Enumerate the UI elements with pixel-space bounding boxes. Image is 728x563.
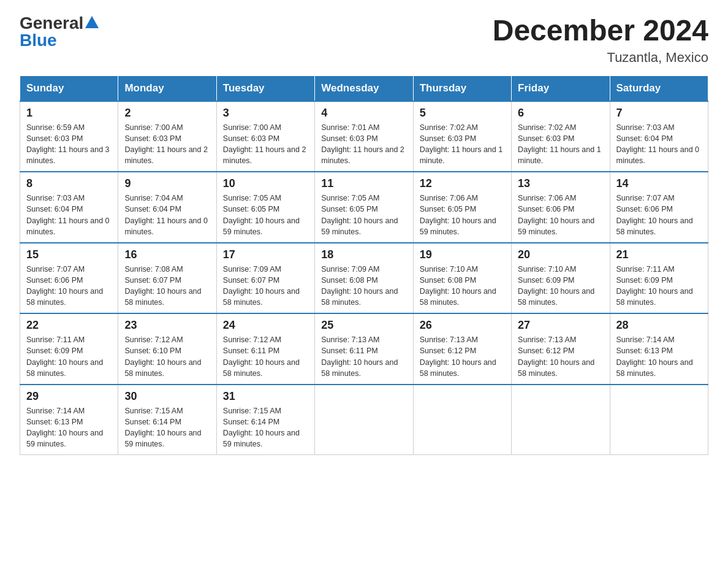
calendar-cell: 29Sunrise: 7:14 AMSunset: 6:13 PMDayligh… (20, 385, 118, 455)
day-info: Sunrise: 7:03 AMSunset: 6:04 PMDaylight:… (26, 193, 112, 237)
location-title: Tuzantla, Mexico (493, 50, 708, 66)
calendar-cell: 16Sunrise: 7:08 AMSunset: 6:07 PMDayligh… (118, 243, 216, 314)
day-info: Sunrise: 7:14 AMSunset: 6:13 PMDaylight:… (616, 334, 702, 379)
weekday-header-monday: Monday (118, 75, 216, 101)
day-info: Sunrise: 7:13 AMSunset: 6:12 PMDaylight:… (420, 334, 505, 379)
day-number: 20 (518, 248, 603, 261)
calendar-cell: 13Sunrise: 7:06 AMSunset: 6:06 PMDayligh… (512, 172, 610, 243)
day-number: 5 (420, 107, 505, 120)
day-number: 11 (321, 177, 406, 190)
day-number: 24 (223, 319, 308, 332)
calendar-cell: 30Sunrise: 7:15 AMSunset: 6:14 PMDayligh… (118, 385, 216, 455)
day-info: Sunrise: 7:09 AMSunset: 6:07 PMDaylight:… (223, 264, 308, 308)
day-info: Sunrise: 7:08 AMSunset: 6:07 PMDaylight:… (124, 264, 210, 308)
day-number: 23 (124, 319, 210, 332)
calendar-cell: 1Sunrise: 6:59 AMSunset: 6:03 PMDaylight… (20, 101, 118, 172)
calendar-cell: 3Sunrise: 7:00 AMSunset: 6:03 PMDaylight… (216, 101, 314, 172)
day-info: Sunrise: 7:15 AMSunset: 6:14 PMDaylight:… (124, 405, 210, 450)
day-number: 15 (26, 248, 112, 261)
calendar-cell: 17Sunrise: 7:09 AMSunset: 6:07 PMDayligh… (216, 243, 314, 314)
day-number: 3 (223, 107, 308, 120)
day-number: 31 (223, 390, 308, 403)
weekday-header-sunday: Sunday (20, 75, 118, 101)
day-info: Sunrise: 7:13 AMSunset: 6:12 PMDaylight:… (518, 334, 603, 379)
calendar-cell: 8Sunrise: 7:03 AMSunset: 6:04 PMDaylight… (20, 172, 118, 243)
day-info: Sunrise: 7:11 AMSunset: 6:09 PMDaylight:… (26, 334, 112, 379)
day-info: Sunrise: 7:05 AMSunset: 6:05 PMDaylight:… (223, 193, 308, 237)
logo-triangle-icon (85, 16, 99, 28)
day-info: Sunrise: 7:10 AMSunset: 6:08 PMDaylight:… (420, 264, 505, 308)
calendar-cell: 20Sunrise: 7:10 AMSunset: 6:09 PMDayligh… (512, 243, 610, 314)
weekday-header-friday: Friday (512, 75, 610, 101)
calendar-cell: 6Sunrise: 7:02 AMSunset: 6:03 PMDaylight… (512, 101, 610, 172)
day-info: Sunrise: 7:05 AMSunset: 6:05 PMDaylight:… (321, 193, 406, 237)
calendar-table: SundayMondayTuesdayWednesdayThursdayFrid… (20, 75, 708, 456)
calendar-week-row: 8Sunrise: 7:03 AMSunset: 6:04 PMDaylight… (20, 172, 708, 243)
calendar-cell: 18Sunrise: 7:09 AMSunset: 6:08 PMDayligh… (315, 243, 413, 314)
day-number: 10 (223, 177, 308, 190)
day-info: Sunrise: 7:10 AMSunset: 6:09 PMDaylight:… (518, 264, 603, 308)
calendar-cell: 25Sunrise: 7:13 AMSunset: 6:11 PMDayligh… (315, 313, 413, 385)
calendar-week-row: 1Sunrise: 6:59 AMSunset: 6:03 PMDaylight… (20, 101, 708, 172)
day-number: 28 (616, 319, 702, 332)
calendar-cell (512, 385, 610, 455)
day-number: 6 (518, 107, 603, 120)
day-info: Sunrise: 7:14 AMSunset: 6:13 PMDaylight:… (26, 405, 112, 450)
day-number: 21 (616, 248, 702, 261)
weekday-header-row: SundayMondayTuesdayWednesdayThursdayFrid… (20, 75, 708, 101)
day-number: 9 (124, 177, 210, 190)
calendar-cell: 31Sunrise: 7:15 AMSunset: 6:14 PMDayligh… (216, 385, 314, 455)
day-number: 12 (420, 177, 505, 190)
day-info: Sunrise: 7:15 AMSunset: 6:14 PMDaylight:… (223, 405, 308, 450)
calendar-cell: 19Sunrise: 7:10 AMSunset: 6:08 PMDayligh… (413, 243, 511, 314)
weekday-header-thursday: Thursday (413, 75, 511, 101)
day-info: Sunrise: 6:59 AMSunset: 6:03 PMDaylight:… (26, 122, 112, 167)
day-info: Sunrise: 7:02 AMSunset: 6:03 PMDaylight:… (420, 122, 505, 167)
day-number: 2 (124, 107, 210, 120)
day-number: 25 (321, 319, 406, 332)
day-number: 16 (124, 248, 210, 261)
calendar-cell: 28Sunrise: 7:14 AMSunset: 6:13 PMDayligh… (610, 313, 708, 385)
day-number: 13 (518, 177, 603, 190)
weekday-header-saturday: Saturday (610, 75, 708, 101)
day-number: 8 (26, 177, 112, 190)
calendar-week-row: 22Sunrise: 7:11 AMSunset: 6:09 PMDayligh… (20, 313, 708, 385)
calendar-cell: 2Sunrise: 7:00 AMSunset: 6:03 PMDaylight… (118, 101, 216, 172)
calendar-cell: 26Sunrise: 7:13 AMSunset: 6:12 PMDayligh… (413, 313, 511, 385)
calendar-cell: 9Sunrise: 7:04 AMSunset: 6:04 PMDaylight… (118, 172, 216, 243)
calendar-cell: 22Sunrise: 7:11 AMSunset: 6:09 PMDayligh… (20, 313, 118, 385)
day-info: Sunrise: 7:11 AMSunset: 6:09 PMDaylight:… (616, 264, 702, 308)
weekday-header-tuesday: Tuesday (216, 75, 314, 101)
day-number: 26 (420, 319, 505, 332)
calendar-cell (315, 385, 413, 455)
month-title: December 2024 (493, 15, 708, 47)
day-info: Sunrise: 7:04 AMSunset: 6:04 PMDaylight:… (124, 193, 210, 237)
day-info: Sunrise: 7:12 AMSunset: 6:11 PMDaylight:… (223, 334, 308, 379)
calendar-cell: 14Sunrise: 7:07 AMSunset: 6:06 PMDayligh… (610, 172, 708, 243)
day-number: 29 (26, 390, 112, 403)
day-number: 30 (124, 390, 210, 403)
page-header: General Blue December 2024 Tuzantla, Mex… (20, 15, 708, 66)
calendar-cell: 23Sunrise: 7:12 AMSunset: 6:10 PMDayligh… (118, 313, 216, 385)
calendar-cell: 10Sunrise: 7:05 AMSunset: 6:05 PMDayligh… (216, 172, 314, 243)
calendar-cell: 21Sunrise: 7:11 AMSunset: 6:09 PMDayligh… (610, 243, 708, 314)
day-info: Sunrise: 7:09 AMSunset: 6:08 PMDaylight:… (321, 264, 406, 308)
day-info: Sunrise: 7:12 AMSunset: 6:10 PMDaylight:… (124, 334, 210, 379)
calendar-week-row: 15Sunrise: 7:07 AMSunset: 6:06 PMDayligh… (20, 243, 708, 314)
day-number: 19 (420, 248, 505, 261)
day-info: Sunrise: 7:00 AMSunset: 6:03 PMDaylight:… (223, 122, 308, 167)
calendar-cell: 27Sunrise: 7:13 AMSunset: 6:12 PMDayligh… (512, 313, 610, 385)
day-info: Sunrise: 7:13 AMSunset: 6:11 PMDaylight:… (321, 334, 406, 379)
day-info: Sunrise: 7:06 AMSunset: 6:06 PMDaylight:… (518, 193, 603, 237)
day-number: 27 (518, 319, 603, 332)
day-info: Sunrise: 7:07 AMSunset: 6:06 PMDaylight:… (616, 193, 702, 237)
day-info: Sunrise: 7:03 AMSunset: 6:04 PMDaylight:… (616, 122, 702, 167)
weekday-header-wednesday: Wednesday (315, 75, 413, 101)
logo-blue: Blue (20, 31, 57, 50)
calendar-cell: 4Sunrise: 7:01 AMSunset: 6:03 PMDaylight… (315, 101, 413, 172)
day-info: Sunrise: 7:07 AMSunset: 6:06 PMDaylight:… (26, 264, 112, 308)
day-number: 14 (616, 177, 702, 190)
title-section: December 2024 Tuzantla, Mexico (493, 15, 708, 66)
day-number: 1 (26, 107, 112, 120)
day-number: 22 (26, 319, 112, 332)
